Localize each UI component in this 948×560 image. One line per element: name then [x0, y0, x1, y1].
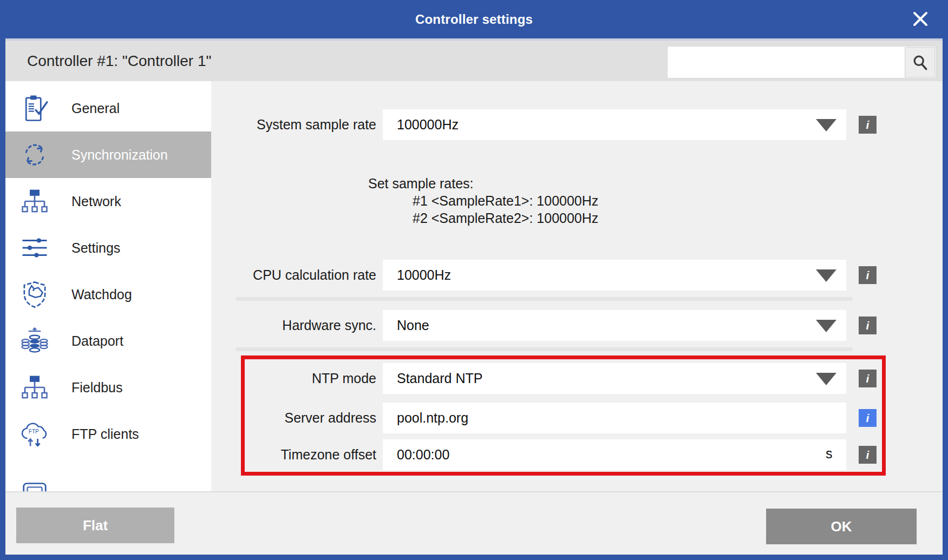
- sample-rates-note-heading: Set sample rates:: [368, 175, 598, 192]
- controller-name-title: Controller #1: "Controller 1": [27, 41, 211, 81]
- system-sample-rate-info-button[interactable]: i: [859, 116, 877, 134]
- divider: [236, 347, 853, 351]
- ntp-mode-value: Standard NTP: [397, 371, 482, 386]
- close-icon: [911, 10, 930, 28]
- sidebar-item-label: Dataport: [71, 333, 123, 349]
- cpu-calculation-rate-value: 10000Hz: [397, 267, 451, 283]
- hardware-sync-dropdown[interactable]: None: [383, 310, 846, 341]
- ntp-mode-label: NTP mode: [138, 363, 376, 394]
- cpu-calculation-rate-label: CPU calculation rate: [138, 260, 376, 291]
- search-box: [667, 46, 936, 78]
- ntp-mode-dropdown[interactable]: Standard NTP: [383, 363, 846, 394]
- timezone-offset-info-button[interactable]: i: [859, 446, 877, 464]
- server-address-info-button[interactable]: i: [859, 409, 877, 427]
- sidebar-item-partial[interactable]: [5, 472, 211, 491]
- dropdown-arrow-icon: [816, 119, 836, 131]
- ok-button[interactable]: OK: [766, 509, 917, 544]
- sidebar-item-label: Fieldbus: [71, 380, 123, 396]
- cpu-calculation-rate-info-button[interactable]: i: [859, 266, 877, 284]
- sidebar-item-label: Synchronization: [71, 147, 168, 163]
- timezone-offset-input[interactable]: [383, 439, 846, 470]
- system-sample-rate-value: 100000Hz: [397, 117, 459, 133]
- network-tree-icon: [19, 186, 50, 216]
- close-button[interactable]: [909, 8, 932, 30]
- flat-button[interactable]: Flat: [16, 508, 174, 543]
- ntp-mode-info-button[interactable]: i: [859, 370, 877, 387]
- watchdog-shield-icon: [19, 279, 50, 309]
- sidebar-item-label: General: [71, 101, 120, 116]
- sidebar-item-label: Network: [71, 194, 121, 209]
- server-address-label: Server address: [138, 403, 376, 433]
- sidebar-item-label: FTP clients: [71, 426, 139, 442]
- search-button[interactable]: [905, 47, 935, 77]
- header: Controller #1: "Controller 1": [5, 38, 943, 81]
- dropdown-arrow-icon: [816, 269, 836, 282]
- dropdown-arrow-icon: [816, 320, 836, 332]
- dropdown-arrow-icon: [816, 373, 836, 385]
- divider: [236, 297, 853, 301]
- clipboard-check-icon: [19, 93, 50, 123]
- timezone-offset-label: Timezone offset: [138, 439, 376, 470]
- search-input[interactable]: [668, 47, 901, 78]
- sample-rate-1-line: #1 <SampleRate1>: 100000Hz: [413, 192, 598, 209]
- sync-arrows-icon: [19, 140, 50, 170]
- footer-divider: [5, 491, 943, 492]
- sidebar-item-label: Settings: [71, 240, 120, 256]
- timezone-unit-label: s: [826, 446, 833, 462]
- search-icon: [910, 52, 930, 72]
- fieldbus-tree-icon: [19, 372, 50, 403]
- system-sample-rate-label: System sample rate: [138, 109, 376, 140]
- dialog-title: Controller settings: [415, 12, 533, 27]
- sidebar-item-network[interactable]: Network: [5, 178, 211, 225]
- svg-text:FTP: FTP: [29, 429, 39, 434]
- sample-rate-2-line: #2 <SampleRate2>: 100000Hz: [413, 209, 598, 227]
- title-bar: Controller settings: [0, 0, 948, 38]
- hardware-sync-label: Hardware sync.: [138, 310, 376, 341]
- hardware-sync-info-button[interactable]: i: [859, 317, 877, 334]
- database-stack-icon: [19, 326, 50, 356]
- dialog-body: Controller #1: "Controller 1": [5, 38, 943, 555]
- server-address-input[interactable]: [383, 403, 846, 433]
- system-sample-rate-dropdown[interactable]: 100000Hz: [383, 109, 846, 140]
- sidebar-item-label: Watchdog: [71, 287, 132, 302]
- controller-settings-dialog: Controller settings Controller #1: "Cont…: [0, 0, 948, 560]
- sample-rates-note: Set sample rates: #1 <SampleRate1>: 1000…: [368, 175, 598, 227]
- hardware-sync-value: None: [397, 318, 429, 333]
- cpu-calculation-rate-dropdown[interactable]: 10000Hz: [383, 260, 846, 291]
- ftp-cloud-icon: FTP: [19, 419, 50, 449]
- sliders-icon: [19, 233, 50, 263]
- panel-icon: [19, 480, 50, 491]
